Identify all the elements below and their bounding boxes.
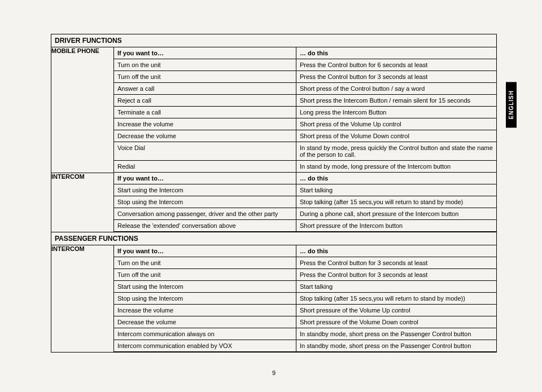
header-if-you-want: If you want to… — [114, 47, 296, 59]
cell-instruction: Short press the Intercom Button / remain… — [296, 95, 497, 107]
table-row: Release the 'extended' conversation abov… — [114, 220, 496, 232]
cell-instruction: Short pressure of the Volume Down contro… — [296, 316, 497, 328]
cell-action: Start using the Intercom — [114, 281, 296, 293]
cell-action: Answer a call — [114, 83, 296, 95]
cell-instruction: In standby mode, short press on the Pass… — [296, 328, 497, 340]
table-row: Turn on the unitPress the Control button… — [114, 59, 496, 71]
cell-action: Turn off the unit — [114, 71, 296, 83]
category-intercom-passenger: INTERCOM — [51, 245, 114, 353]
table-row: Intercom communication always onIn stand… — [114, 328, 496, 340]
table-row: Increase the volumeShort pressure of the… — [114, 305, 496, 316]
table-row: Start using the IntercomStart talking — [114, 281, 496, 293]
cell-action: Release the 'extended' conversation abov… — [114, 220, 296, 232]
header-do-this: … do this — [296, 245, 497, 257]
page-number: 9 — [51, 369, 497, 376]
table-row: Turn off the unitPress the Control butto… — [114, 269, 496, 281]
cell-instruction: Start talking — [296, 281, 497, 293]
mobile-phone-table: If you want to… … do this Turn on the un… — [114, 47, 496, 173]
cell-action: Start using the Intercom — [114, 184, 296, 196]
cell-instruction: Short pressure of the Volume Up control — [296, 305, 497, 316]
cell-action: Intercom communication always on — [114, 328, 296, 340]
cell-action: Decrease the volume — [114, 130, 296, 142]
table-row: Voice DialIn stand by mode, press quickl… — [114, 142, 496, 161]
cell-action: Conversation among passenger, driver and… — [114, 208, 296, 220]
header-do-this: … do this — [296, 47, 497, 59]
table-row: Reject a callShort press the Intercom Bu… — [114, 95, 496, 107]
driver-intercom-table: If you want to… … do this Start using th… — [114, 173, 496, 232]
cell-instruction: Short press of the Volume Up control — [296, 118, 497, 130]
cell-action: Reject a call — [114, 95, 296, 107]
cell-instruction: Start talking — [296, 184, 497, 196]
cell-instruction: Press the Control button for 3 seconds a… — [296, 257, 497, 269]
table-row: Decrease the volumeShort press of the Vo… — [114, 130, 496, 142]
cell-instruction: Press the Control button for 6 seconds a… — [296, 59, 497, 71]
table-row: RedialIn stand by mode, long pressure of… — [114, 161, 496, 173]
driver-functions-title: DRIVER FUNCTIONS — [51, 34, 497, 47]
cell-instruction: Press the Control button for 3 seconds a… — [296, 269, 497, 281]
header-do-this: … do this — [296, 173, 497, 184]
table-row: Decrease the volumeShort pressure of the… — [114, 316, 496, 328]
cell-action: Voice Dial — [114, 142, 296, 161]
table-row: Increase the volumeShort press of the Vo… — [114, 118, 496, 130]
table-row: Intercom communication enabled by VOXIn … — [114, 340, 496, 352]
table-header: If you want to… … do this — [114, 47, 496, 59]
table-row: Terminate a callLong press the Intercom … — [114, 107, 496, 118]
header-if-you-want: If you want to… — [114, 173, 296, 184]
table-row: Stop using the IntercomStop talking (aft… — [114, 196, 496, 208]
cell-action: Turn on the unit — [114, 257, 296, 269]
cell-action: Turn off the unit — [114, 269, 296, 281]
table-row: Stop using the IntercomStop talking (aft… — [114, 293, 496, 305]
functions-table: DRIVER FUNCTIONS MOBILE PHONE If you wan… — [51, 34, 497, 353]
cell-instruction: In stand by mode, long pressure of the I… — [296, 161, 497, 173]
category-mobile-phone: MOBILE PHONE — [51, 47, 114, 173]
cell-action: Stop using the Intercom — [114, 293, 296, 305]
cell-action: Redial — [114, 161, 296, 173]
cell-action: Increase the volume — [114, 305, 296, 316]
passenger-intercom-table: If you want to… … do this Turn on the un… — [114, 245, 496, 352]
cell-instruction: Stop talking (after 15 secs,you will ret… — [296, 293, 497, 305]
cell-action: Increase the volume — [114, 118, 296, 130]
cell-action: Decrease the volume — [114, 316, 296, 328]
cell-action: Terminate a call — [114, 107, 296, 118]
cell-instruction: During a phone call, short pressure of t… — [296, 208, 497, 220]
table-row: Answer a callShort press of the Control … — [114, 83, 496, 95]
cell-instruction: In standby mode, short press on the Pass… — [296, 340, 497, 352]
cell-instruction: Short pressure of the Intercom button — [296, 220, 497, 232]
table-header: If you want to… … do this — [114, 245, 496, 257]
category-intercom-driver: INTERCOM — [51, 173, 114, 232]
table-header: If you want to… … do this — [114, 173, 496, 184]
cell-instruction: In stand by mode, press quickly the Cont… — [296, 142, 497, 161]
cell-instruction: Press the Control button for 3 seconds a… — [296, 71, 497, 83]
cell-instruction: Stop talking (after 15 secs,you will ret… — [296, 196, 497, 208]
table-row: Turn on the unitPress the Control button… — [114, 257, 496, 269]
header-if-you-want: If you want to… — [114, 245, 296, 257]
page-content: DRIVER FUNCTIONS MOBILE PHONE If you wan… — [0, 0, 542, 392]
table-row: Turn off the unitPress the Control butto… — [114, 71, 496, 83]
table-row: Start using the IntercomStart talking — [114, 184, 496, 196]
table-row: Conversation among passenger, driver and… — [114, 208, 496, 220]
passenger-functions-title: PASSENGER FUNCTIONS — [51, 232, 497, 245]
cell-action: Turn on the unit — [114, 59, 296, 71]
language-tab: ENGLISH — [506, 82, 517, 127]
cell-instruction: Short press of the Control button / say … — [296, 83, 497, 95]
cell-instruction: Long press the Intercom Button — [296, 107, 497, 118]
cell-instruction: Short press of the Volume Down control — [296, 130, 497, 142]
cell-action: Stop using the Intercom — [114, 196, 296, 208]
cell-action: Intercom communication enabled by VOX — [114, 340, 296, 352]
